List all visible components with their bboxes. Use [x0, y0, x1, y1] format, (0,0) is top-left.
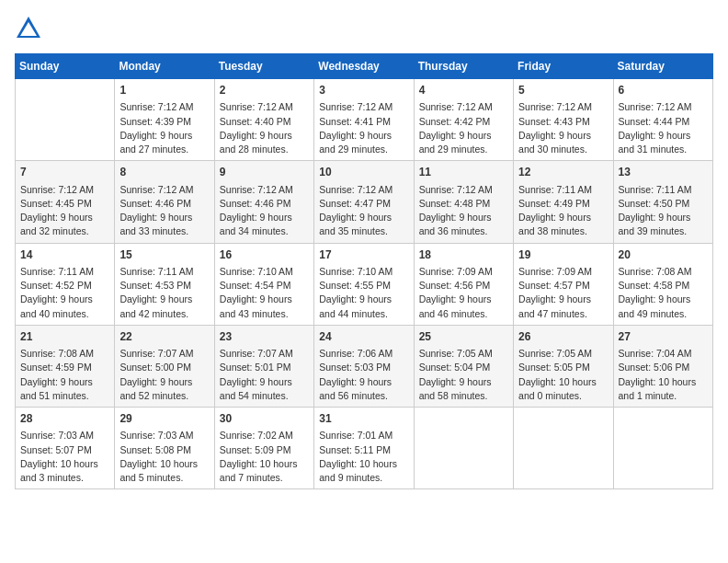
day-detail-line: Sunrise: 7:11 AM: [20, 265, 109, 279]
calendar-header-wednesday: Wednesday: [314, 54, 414, 79]
day-detail-line: Sunset: 5:05 PM: [518, 361, 608, 374]
calendar-cell: 9Sunrise: 7:12 AMSunset: 4:46 PMDaylight…: [214, 161, 313, 243]
day-number: 12: [518, 165, 608, 180]
day-number: 2: [220, 83, 309, 98]
page-header: [15, 15, 713, 42]
day-detail-line: Sunset: 4:54 PM: [220, 279, 309, 293]
day-detail-line: Daylight: 9 hours: [619, 293, 708, 306]
day-detail-line: Sunset: 4:41 PM: [319, 115, 408, 129]
calendar-cell: 28Sunrise: 7:03 AMSunset: 5:07 PMDayligh…: [16, 408, 115, 489]
calendar-header-thursday: Thursday: [414, 54, 513, 79]
day-detail-line: and 42 minutes.: [119, 307, 209, 321]
calendar-cell: [514, 408, 613, 489]
calendar-cell: 23Sunrise: 7:07 AMSunset: 5:01 PMDayligh…: [214, 325, 313, 407]
day-number: 23: [220, 329, 309, 345]
day-detail-line: Sunset: 5:03 PM: [319, 361, 408, 374]
calendar-cell: 1Sunrise: 7:12 AMSunset: 4:39 PMDaylight…: [115, 79, 214, 161]
calendar-cell: 16Sunrise: 7:10 AMSunset: 4:54 PMDayligh…: [214, 243, 313, 325]
day-detail-line: Daylight: 9 hours: [119, 293, 209, 306]
day-detail-line: and 30 minutes.: [518, 143, 608, 156]
day-detail-line: Daylight: 10 hours: [20, 457, 109, 471]
day-detail-line: Sunrise: 7:06 AM: [319, 347, 408, 361]
day-detail-line: Sunrise: 7:09 AM: [518, 265, 608, 279]
day-detail-line: Daylight: 9 hours: [220, 211, 309, 224]
day-detail-line: and 29 minutes.: [419, 143, 508, 156]
day-detail-line: Sunset: 4:48 PM: [419, 197, 508, 211]
day-detail-line: and 40 minutes.: [20, 307, 109, 321]
calendar-cell: 3Sunrise: 7:12 AMSunset: 4:41 PMDaylight…: [314, 79, 414, 161]
day-detail-line: Daylight: 9 hours: [619, 129, 708, 143]
day-detail-line: Sunrise: 7:08 AM: [20, 347, 109, 361]
day-number: 18: [419, 247, 508, 263]
day-detail-line: Sunrise: 7:07 AM: [119, 347, 209, 361]
day-number: 1: [119, 83, 209, 98]
calendar-cell: 7Sunrise: 7:12 AMSunset: 4:45 PMDaylight…: [16, 161, 115, 243]
day-detail-line: and 31 minutes.: [619, 143, 708, 156]
day-number: 15: [119, 247, 209, 263]
day-number: 25: [419, 329, 508, 345]
day-detail-line: Sunrise: 7:12 AM: [220, 100, 309, 114]
day-number: 26: [518, 329, 608, 345]
day-detail-line: Sunset: 5:11 PM: [319, 443, 408, 457]
day-detail-line: Sunrise: 7:03 AM: [20, 429, 109, 442]
calendar-cell: 31Sunrise: 7:01 AMSunset: 5:11 PMDayligh…: [314, 408, 414, 489]
calendar-cell: [613, 408, 712, 489]
day-detail-line: Daylight: 10 hours: [119, 457, 209, 471]
calendar-cell: 15Sunrise: 7:11 AMSunset: 4:53 PMDayligh…: [115, 243, 214, 325]
calendar-week-row: 14Sunrise: 7:11 AMSunset: 4:52 PMDayligh…: [16, 243, 713, 325]
calendar-cell: 10Sunrise: 7:12 AMSunset: 4:47 PMDayligh…: [314, 161, 414, 243]
day-detail-line: Sunrise: 7:08 AM: [619, 265, 708, 279]
day-detail-line: Daylight: 10 hours: [619, 375, 708, 389]
day-detail-line: Daylight: 9 hours: [419, 293, 508, 306]
calendar-cell: 8Sunrise: 7:12 AMSunset: 4:46 PMDaylight…: [115, 161, 214, 243]
day-detail-line: Daylight: 9 hours: [119, 211, 209, 224]
day-detail-line: Sunrise: 7:11 AM: [119, 265, 209, 279]
day-detail-line: Sunrise: 7:12 AM: [419, 183, 508, 197]
day-detail-line: Daylight: 9 hours: [419, 375, 508, 389]
day-detail-line: Sunset: 4:49 PM: [518, 197, 608, 211]
day-number: 13: [619, 165, 708, 180]
day-detail-line: Sunrise: 7:05 AM: [518, 347, 608, 361]
day-detail-line: and 54 minutes.: [220, 389, 309, 403]
day-detail-line: Daylight: 9 hours: [119, 375, 209, 389]
day-detail-line: and 47 minutes.: [518, 307, 608, 321]
day-number: 8: [119, 165, 209, 180]
day-detail-line: Sunset: 4:56 PM: [419, 279, 508, 293]
day-detail-line: Sunset: 4:40 PM: [220, 115, 309, 129]
day-number: 7: [20, 165, 109, 180]
calendar-cell: 11Sunrise: 7:12 AMSunset: 4:48 PMDayligh…: [414, 161, 513, 243]
calendar-cell: 24Sunrise: 7:06 AMSunset: 5:03 PMDayligh…: [314, 325, 414, 407]
day-detail-line: Sunset: 4:47 PM: [319, 197, 408, 211]
day-detail-line: Sunrise: 7:12 AM: [518, 100, 608, 114]
day-number: 3: [319, 83, 408, 98]
day-number: 31: [319, 411, 408, 427]
day-detail-line: Sunset: 4:43 PM: [518, 115, 608, 129]
calendar-cell: 6Sunrise: 7:12 AMSunset: 4:44 PMDaylight…: [613, 79, 712, 161]
day-detail-line: and 35 minutes.: [319, 224, 408, 238]
day-detail-line: Daylight: 9 hours: [220, 293, 309, 306]
day-detail-line: and 0 minutes.: [518, 389, 608, 403]
day-detail-line: and 9 minutes.: [319, 471, 408, 485]
calendar-cell: 22Sunrise: 7:07 AMSunset: 5:00 PMDayligh…: [115, 325, 214, 407]
calendar-table: SundayMondayTuesdayWednesdayThursdayFrid…: [15, 53, 713, 489]
day-number: 20: [619, 247, 708, 263]
calendar-cell: 27Sunrise: 7:04 AMSunset: 5:06 PMDayligh…: [613, 325, 712, 407]
day-detail-line: Sunrise: 7:01 AM: [319, 429, 408, 442]
day-detail-line: Sunrise: 7:10 AM: [319, 265, 408, 279]
day-detail-line: Sunset: 4:53 PM: [119, 279, 209, 293]
day-detail-line: Sunset: 5:04 PM: [419, 361, 508, 374]
calendar-week-row: 28Sunrise: 7:03 AMSunset: 5:07 PMDayligh…: [16, 408, 713, 489]
day-number: 9: [220, 165, 309, 180]
logo-icon: [15, 15, 42, 42]
calendar-week-row: 7Sunrise: 7:12 AMSunset: 4:45 PMDaylight…: [16, 161, 713, 243]
calendar-cell: 21Sunrise: 7:08 AMSunset: 4:59 PMDayligh…: [16, 325, 115, 407]
calendar-header-row: SundayMondayTuesdayWednesdayThursdayFrid…: [16, 54, 713, 79]
day-detail-line: Sunrise: 7:11 AM: [518, 183, 608, 197]
day-detail-line: and 7 minutes.: [220, 471, 309, 485]
day-number: 17: [319, 247, 408, 263]
day-detail-line: Sunrise: 7:12 AM: [20, 183, 109, 197]
day-detail-line: Sunrise: 7:12 AM: [619, 100, 708, 114]
day-detail-line: Sunset: 4:45 PM: [20, 197, 109, 211]
day-detail-line: Daylight: 9 hours: [20, 293, 109, 306]
day-detail-line: Daylight: 9 hours: [518, 293, 608, 306]
